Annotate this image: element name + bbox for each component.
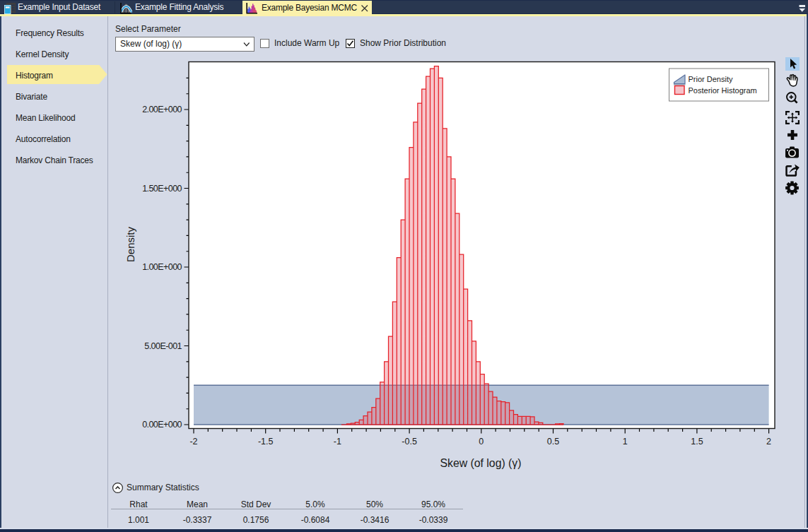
svg-text:0: 0 [479,437,484,447]
svg-text:1.00E+000: 1.00E+000 [142,262,182,272]
svg-text:1: 1 [623,437,628,447]
svg-text:0.5: 0.5 [547,437,559,447]
svg-text:Density: Density [124,226,136,262]
svg-text:-1: -1 [334,437,341,447]
svg-text:1.5: 1.5 [691,437,703,447]
svg-text:0.00E+000: 0.00E+000 [142,420,182,430]
svg-text:-2: -2 [189,437,197,447]
svg-text:1.50E+000: 1.50E+000 [142,184,182,194]
svg-text:5.00E-001: 5.00E-001 [144,341,182,351]
svg-text:2.00E+000: 2.00E+000 [142,105,182,114]
svg-text:-1.5: -1.5 [258,437,274,447]
svg-text:2: 2 [766,437,771,447]
svg-text:Posterior Histogram: Posterior Histogram [689,86,757,95]
svg-text:Prior Density: Prior Density [689,75,733,83]
svg-text:Skew (of log) (γ): Skew (of log) (γ) [440,457,522,469]
svg-text:-0.5: -0.5 [402,437,417,447]
